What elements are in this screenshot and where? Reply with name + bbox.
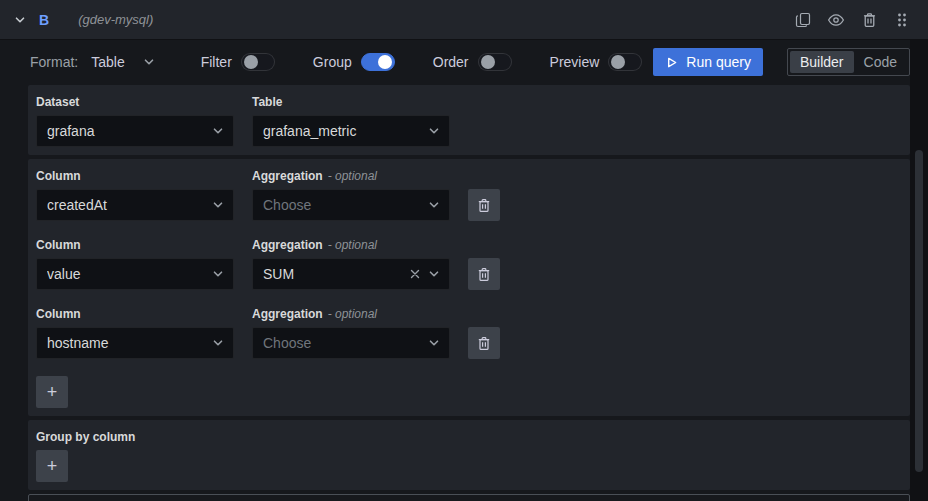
format-label: Format: [30, 54, 78, 70]
aggregation-label-text: Aggregation [252, 307, 323, 321]
table-value: grafana_metric [263, 123, 421, 139]
column-field: Column hostname [36, 307, 234, 359]
next-panel-partial [28, 494, 910, 501]
aggregation-label: Aggregation - optional [252, 307, 450, 321]
column-label: Column [36, 238, 234, 252]
aggregation-label-text: Aggregation [252, 238, 323, 252]
column-label: Column [36, 169, 234, 183]
preview-toggle-label: Preview [550, 54, 600, 70]
query-toolbar: Format: Table Filter Group Order Preview [28, 47, 910, 77]
editor-mode-group: Builder Code [787, 48, 910, 76]
chevron-down-icon [428, 199, 440, 211]
column-select[interactable]: createdAt [36, 189, 234, 221]
column-field: Column createdAt [36, 169, 234, 221]
query-row-header: B (gdev-mysql) [0, 0, 928, 40]
query-actions [793, 10, 912, 30]
dataset-panel: Dataset grafana Table grafana_metric [28, 85, 910, 155]
preview-switch[interactable] [608, 53, 642, 71]
collapse-chevron-icon[interactable] [14, 14, 26, 26]
table-select[interactable]: grafana_metric [252, 115, 450, 147]
column-select[interactable]: hostname [36, 327, 234, 359]
aggregation-select[interactable]: Choose [252, 327, 450, 359]
table-field: Table grafana_metric [252, 95, 450, 147]
chevron-down-icon [212, 125, 224, 137]
column-row: Column value Aggregation - optional [36, 238, 902, 290]
optional-label: - optional [328, 169, 377, 183]
aggregation-value: Choose [263, 197, 421, 213]
aggregation-value: Choose [263, 335, 421, 351]
group-toggle[interactable]: Group [313, 53, 395, 71]
column-row: Column hostname Aggregation - optional [36, 307, 902, 359]
column-select[interactable]: value [36, 258, 234, 290]
chevron-down-icon [212, 199, 224, 211]
column-value: createdAt [47, 197, 205, 213]
column-label: Column [36, 307, 234, 321]
dataset-select[interactable]: grafana [36, 115, 234, 147]
chevron-down-icon [428, 125, 440, 137]
preview-toggle[interactable]: Preview [550, 53, 643, 71]
duplicate-query-icon[interactable] [793, 10, 813, 30]
chevron-down-icon [143, 56, 155, 68]
remove-column-trash-button[interactable] [468, 258, 500, 290]
aggregation-field: Aggregation - optional Choose [252, 169, 450, 221]
remove-query-trash-icon[interactable] [859, 10, 879, 30]
query-ref-id: B [39, 12, 49, 28]
aggregation-value: SUM [263, 266, 409, 282]
add-column-button[interactable]: + [36, 376, 68, 408]
dataset-field: Dataset grafana [36, 95, 234, 147]
column-value: value [47, 266, 205, 282]
order-toggle[interactable]: Order [433, 53, 512, 71]
add-group-by-button[interactable]: + [36, 450, 68, 482]
table-label: Table [252, 95, 450, 109]
columns-panel: Column createdAt Aggregation - optional [28, 159, 910, 416]
format-value: Table [91, 54, 124, 70]
optional-label: - optional [328, 238, 377, 252]
chevron-down-icon [212, 268, 224, 280]
group-toggle-label: Group [313, 54, 352, 70]
group-by-label: Group by column [36, 430, 902, 444]
aggregation-select[interactable]: Choose [252, 189, 450, 221]
filter-toggle-label: Filter [201, 54, 232, 70]
add-column-row: + [36, 376, 902, 408]
aggregation-select[interactable]: SUM [252, 258, 450, 290]
aggregation-label: Aggregation - optional [252, 238, 450, 252]
chevron-down-icon [212, 337, 224, 349]
column-field: Column value [36, 238, 234, 290]
aggregation-field: Aggregation - optional Choose [252, 307, 450, 359]
order-toggle-label: Order [433, 54, 469, 70]
dataset-value: grafana [47, 123, 205, 139]
scrollbar-thumb[interactable] [915, 150, 923, 472]
column-row: Column createdAt Aggregation - optional [36, 169, 902, 221]
format-select[interactable]: Table [91, 54, 154, 70]
remove-column-trash-button[interactable] [468, 189, 500, 221]
chevron-down-icon [428, 337, 440, 349]
hide-response-eye-icon[interactable] [826, 10, 846, 30]
order-switch[interactable] [478, 53, 512, 71]
group-by-panel: Group by column + [28, 420, 910, 490]
run-query-button[interactable]: Run query [653, 48, 763, 76]
optional-label: - optional [328, 307, 377, 321]
query-editor: B (gdev-mysql) [0, 0, 928, 501]
filter-toggle[interactable]: Filter [201, 53, 275, 71]
run-query-label: Run query [686, 54, 751, 70]
filter-switch[interactable] [241, 53, 275, 71]
aggregation-field: Aggregation - optional SUM [252, 238, 450, 290]
drag-handle-icon[interactable] [892, 10, 912, 30]
mode-builder-button[interactable]: Builder [790, 51, 854, 73]
chevron-down-icon [428, 268, 440, 280]
aggregation-label: Aggregation - optional [252, 169, 450, 183]
query-editor-body: Format: Table Filter Group Order Preview [0, 47, 928, 501]
remove-column-trash-button[interactable] [468, 327, 500, 359]
dataset-label: Dataset [36, 95, 234, 109]
play-icon [665, 56, 678, 69]
clear-icon[interactable] [409, 268, 421, 280]
mode-code-button[interactable]: Code [854, 51, 907, 73]
group-switch[interactable] [361, 53, 395, 71]
aggregation-label-text: Aggregation [252, 169, 323, 183]
datasource-name: (gdev-mysql) [78, 12, 153, 27]
column-value: hostname [47, 335, 205, 351]
